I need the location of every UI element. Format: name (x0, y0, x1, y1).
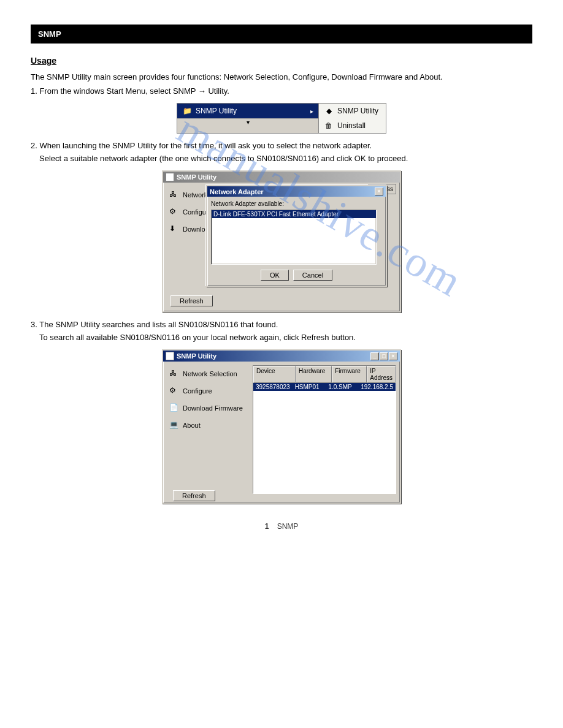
submenu-item[interactable]: ◆ SNMP Utility (319, 104, 386, 118)
intro-text: The SNMP Utility main screen provides fo… (31, 72, 532, 83)
main-sidebar: 🖧Network Selection ⚙Configure 📄Download … (167, 365, 247, 502)
about-icon: 💻 (169, 420, 179, 430)
adapter-listbox[interactable]: D-Link DFE-530TX PCI Fast Ethernet Adapt… (211, 210, 377, 265)
app-icon: N (166, 352, 174, 360)
menu-item-snmp[interactable]: 📁 SNMP Utility ▸ (177, 104, 318, 118)
step-3b-text: To search all available SN0108/SN0116 on… (39, 333, 532, 342)
cell-hardware: HSMP01 (293, 383, 326, 391)
utility-icon: ◆ (324, 106, 334, 116)
ok-button[interactable]: OK (261, 270, 289, 281)
dialog-label: Network Adapter available: (211, 200, 382, 207)
network-icon: 🖧 (169, 369, 179, 379)
dialog-title: Network Adapter (210, 188, 264, 195)
step-3-text: 3. The SNMP Utility searches and lists a… (31, 320, 532, 329)
submenu-label: Uninstall (337, 121, 366, 130)
cell-firmware: 1.0.SMP (326, 383, 358, 391)
gear-icon: ⚙ (169, 386, 179, 396)
chevron-right-icon: ▸ (310, 108, 313, 115)
sidebar-item-download[interactable]: 📄Download Firmware (167, 400, 247, 417)
step-2-text: 2. When launching the SNMP Utility for t… (31, 141, 532, 150)
table-header: Device Hardware Firmware IP Address (253, 366, 396, 383)
section-title: Usage (31, 56, 532, 66)
sidebar-item-configure[interactable]: ⚙Configure (167, 382, 247, 400)
col-device[interactable]: Device (253, 366, 296, 383)
col-firmware[interactable]: Firmware (332, 366, 367, 383)
cell-ip: 192.168.2.5 (358, 383, 396, 391)
nested-dialog: Network Adapter × Network Adapter availa… (206, 185, 387, 287)
download-icon: ⬇ (169, 224, 179, 234)
minimize-icon[interactable]: _ (370, 352, 379, 360)
footer-label: SNMP (277, 522, 299, 531)
close-icon[interactable]: × (389, 352, 397, 360)
expand-icon[interactable]: ▾ (177, 118, 318, 126)
network-adapter-dialog-image: N SNMP Utility 🖧Network Se ⚙Configure ⬇D… (162, 170, 401, 313)
main-titlebar[interactable]: N SNMP Utility _ □ × (163, 351, 400, 362)
step-2b-text: Select a suitable network adapter (the o… (39, 154, 532, 163)
start-menu-image: 📁 SNMP Utility ▸ ▾ ◆ SNMP Utility 🗑 Unin… (177, 103, 386, 134)
main-title: SNMP Utility (177, 352, 216, 360)
app-icon: N (166, 173, 174, 181)
maximize-icon[interactable]: □ (380, 352, 388, 360)
cancel-button[interactable]: Cancel (293, 270, 332, 281)
folder-icon: 📁 (182, 106, 192, 116)
col-ip[interactable]: IP Address (367, 366, 396, 383)
refresh-button[interactable]: Refresh (170, 295, 213, 306)
parent-title: SNMP Utility (177, 173, 216, 181)
close-icon[interactable]: × (375, 188, 383, 195)
page-footer: 1 SNMP (31, 522, 532, 531)
sidebar-item-about[interactable]: 💻About (167, 417, 247, 434)
uninstall-icon: 🗑 (324, 121, 334, 131)
network-icon: 🖧 (169, 190, 179, 200)
submenu-item[interactable]: 🗑 Uninstall (319, 118, 386, 133)
sidebar-item-network[interactable]: 🖧Network Selection (167, 365, 247, 382)
col-hardware[interactable]: Hardware (296, 366, 332, 383)
device-table[interactable]: Device Hardware Firmware IP Address 3925… (253, 365, 396, 494)
table-row[interactable]: 3925878023 HSMP01 1.0.SMP 192.168.2.5 (253, 383, 396, 391)
dialog-titlebar[interactable]: Network Adapter × (207, 186, 386, 197)
page-number: 1 (265, 522, 269, 531)
menu-label: SNMP Utility (196, 107, 237, 115)
selected-adapter[interactable]: D-Link DFE-530TX PCI Fast Ethernet Adapt… (212, 210, 376, 218)
download-icon: 📄 (169, 403, 179, 413)
cell-device: 3925878023 (253, 383, 293, 391)
submenu-label: SNMP Utility (337, 107, 378, 115)
refresh-button[interactable]: Refresh (173, 490, 215, 501)
parent-titlebar: N SNMP Utility (163, 172, 400, 183)
main-window-image: N SNMP Utility _ □ × 🖧Network Selection … (162, 349, 401, 504)
page-header: SNMP (31, 25, 532, 44)
gear-icon: ⚙ (169, 207, 179, 217)
step-1-text: 1. From the windows Start Menu, select S… (31, 86, 532, 96)
